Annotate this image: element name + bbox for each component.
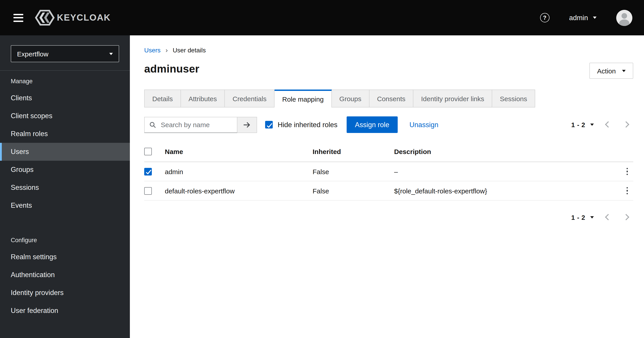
sidebar-item-groups[interactable]: Groups — [0, 161, 130, 179]
pagination-next-button[interactable] — [619, 118, 633, 132]
avatar[interactable] — [616, 10, 632, 26]
user-avatar-icon — [616, 10, 632, 26]
hide-inherited-label: Hide inherited roles — [278, 121, 338, 129]
table-header-row: Name Inherited Description — [144, 141, 633, 162]
masthead-right: ? admin — [540, 10, 632, 26]
tab-bar: Details Attributes Credentials Role mapp… — [144, 90, 633, 108]
sidebar-item-sessions[interactable]: Sessions — [0, 179, 130, 196]
tab-sessions[interactable]: Sessions — [492, 90, 535, 108]
user-menu[interactable]: admin — [566, 13, 599, 22]
toolbar: Hide inherited roles Assign role Unassig… — [144, 116, 633, 133]
chevron-down-icon — [590, 124, 594, 126]
kebab-menu-icon[interactable] — [621, 184, 633, 197]
search-box — [144, 116, 237, 133]
sidebar-item-realm-settings[interactable]: Realm settings — [0, 248, 130, 266]
sidebar-item-events[interactable]: Events — [0, 196, 130, 214]
tab-credentials[interactable]: Credentials — [225, 90, 274, 108]
sidebar-item-clients[interactable]: Clients — [0, 89, 130, 107]
pagination-bottom: 1 - 2 — [568, 210, 633, 224]
pagination-range: 1 - 2 — [571, 121, 585, 128]
main-content: Users › User details adminuser Action De… — [130, 35, 644, 338]
role-description: – — [394, 168, 613, 175]
select-all-checkbox[interactable] — [144, 148, 152, 155]
page-title: adminuser — [144, 63, 199, 75]
sidebar-item-client-scopes[interactable]: Client scopes — [0, 107, 130, 125]
sidebar-item-users[interactable]: Users — [0, 143, 130, 161]
realm-selector[interactable]: Expertflow — [11, 45, 119, 62]
tab-attributes[interactable]: Attributes — [181, 90, 225, 108]
breadcrumb-separator: › — [166, 46, 168, 54]
keycloak-logo-mark — [35, 10, 55, 26]
role-name: admin — [165, 168, 312, 175]
sidebar-item-authentication[interactable]: Authentication — [0, 266, 130, 284]
chevron-left-icon — [605, 121, 611, 128]
sidebar: Expertflow Manage Clients Client scopes … — [0, 35, 130, 338]
sidebar-item-realm-roles[interactable]: Realm roles — [0, 125, 130, 143]
pagination-prev-button[interactable] — [601, 118, 615, 132]
role-name: default-roles-expertflow — [165, 187, 312, 194]
table-row-admin: admin False – — [144, 162, 633, 181]
pagination-range: 1 - 2 — [571, 214, 585, 221]
search-submit-button[interactable] — [237, 116, 257, 133]
nav-section-configure: Configure Realm settings Authentication … — [0, 230, 130, 320]
sidebar-item-identity-providers[interactable]: Identity providers — [0, 284, 130, 302]
tab-role-mapping[interactable]: Role mapping — [274, 90, 332, 108]
masthead: KEYCLOAK ? admin — [0, 0, 644, 35]
chevron-left-icon — [605, 214, 611, 220]
tab-details[interactable]: Details — [144, 90, 181, 108]
keycloak-admin-console: KEYCLOAK ? admin Expertflow — [0, 0, 644, 338]
column-header-inherited: Inherited — [312, 148, 394, 155]
search-group — [144, 116, 257, 133]
chevron-right-icon — [623, 121, 629, 128]
tab-consents[interactable]: Consents — [370, 90, 414, 108]
chevron-down-icon — [590, 216, 594, 218]
breadcrumb: Users › User details — [144, 46, 633, 54]
role-description: ${role_default-roles-expertflow} — [394, 187, 613, 194]
kebab-menu-icon[interactable] — [621, 165, 633, 178]
sidebar-nav: Manage Clients Client scopes Realm roles… — [0, 71, 130, 320]
search-icon — [150, 122, 156, 128]
arrow-right-icon — [243, 122, 251, 128]
breadcrumb-current: User details — [173, 46, 206, 54]
hide-inherited-checkbox[interactable] — [265, 121, 273, 128]
row-checkbox[interactable] — [144, 187, 152, 194]
action-dropdown-button[interactable]: Action — [590, 63, 633, 79]
search-input[interactable] — [160, 120, 233, 129]
pagination-range-dropdown[interactable]: 1 - 2 — [568, 211, 598, 224]
column-header-description: Description — [394, 148, 613, 155]
sidebar-item-user-federation[interactable]: User federation — [0, 302, 130, 320]
assign-role-button[interactable]: Assign role — [346, 116, 398, 133]
tab-identity-provider-links[interactable]: Identity provider links — [414, 90, 492, 108]
help-glyph: ? — [543, 14, 546, 21]
pagination-range-dropdown[interactable]: 1 - 2 — [568, 118, 598, 131]
breadcrumb-link-users[interactable]: Users — [144, 46, 160, 54]
tab-groups[interactable]: Groups — [332, 90, 369, 108]
realm-selector-value: Expertflow — [17, 50, 48, 58]
nav-toggle-icon[interactable] — [12, 12, 25, 24]
user-menu-label: admin — [569, 14, 588, 22]
pagination-top: 1 - 2 — [568, 118, 633, 132]
role-inherited: False — [312, 187, 394, 194]
action-dropdown-label: Action — [597, 67, 616, 74]
realm-selector-wrap: Expertflow — [0, 35, 130, 71]
chevron-down-icon — [622, 70, 626, 72]
unassign-link[interactable]: Unassign — [409, 121, 438, 129]
pagination-next-button[interactable] — [619, 210, 633, 224]
help-icon[interactable]: ? — [540, 13, 550, 22]
role-inherited: False — [312, 168, 394, 175]
chevron-down-icon — [593, 16, 596, 19]
hide-inherited-roles-control[interactable]: Hide inherited roles — [265, 121, 338, 129]
keycloak-logo-text: KEYCLOAK — [57, 12, 110, 23]
nav-section-title: Configure — [0, 230, 130, 248]
role-mapping-table: Name Inherited Description admin False –… — [144, 141, 633, 200]
table-row-default-roles: default-roles-expertflow False ${role_de… — [144, 181, 633, 200]
nav-section-title: Manage — [0, 71, 130, 89]
chevron-down-icon — [109, 52, 113, 55]
title-row: adminuser Action — [144, 63, 633, 79]
pagination-bottom-wrap: 1 - 2 — [144, 210, 633, 224]
chevron-right-icon — [623, 214, 629, 220]
row-checkbox[interactable] — [144, 168, 152, 175]
keycloak-logo: KEYCLOAK — [35, 10, 110, 26]
pagination-prev-button[interactable] — [601, 210, 615, 224]
nav-section-manage: Manage Clients Client scopes Realm roles… — [0, 71, 130, 214]
